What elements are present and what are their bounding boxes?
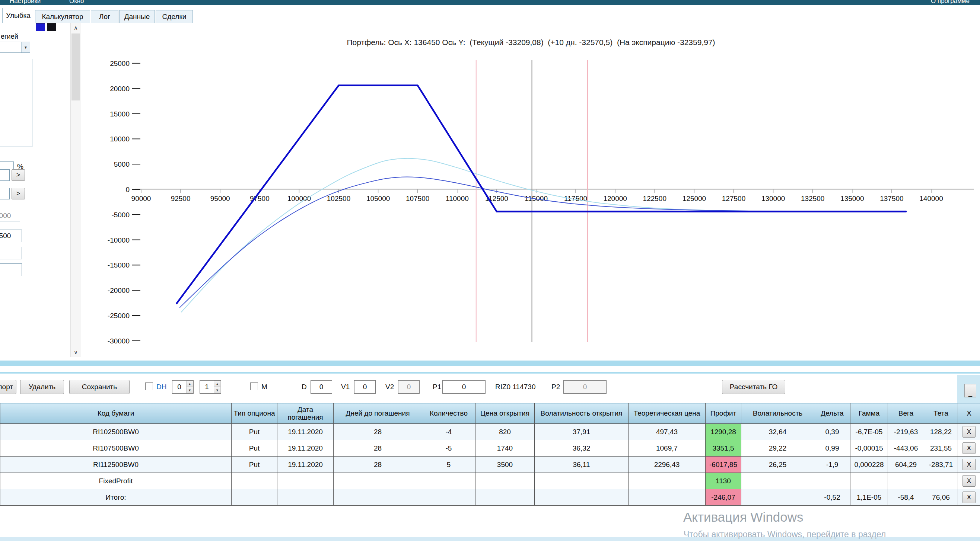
import-button[interactable]: порт <box>0 380 16 394</box>
col-header-gamma[interactable]: Гамма <box>850 403 888 424</box>
step-button-2[interactable]: > <box>11 188 25 200</box>
col-header-theta[interactable]: Тета <box>924 403 958 424</box>
spin-down-icon[interactable]: ▼ <box>214 387 221 393</box>
col-header-delete[interactable]: X <box>958 403 980 424</box>
delete-row-button[interactable]: X <box>963 475 975 487</box>
delete-row-button[interactable]: X <box>963 459 975 470</box>
table-cell: 3351,5 <box>706 440 741 457</box>
svg-text:15000: 15000 <box>110 110 130 118</box>
spin-up-icon[interactable]: ▲ <box>214 381 221 387</box>
table-row[interactable]: RI107500BW0Put19.11.202028-5174036,32106… <box>0 440 980 457</box>
table-row[interactable]: FixedProfit1130X <box>0 473 980 489</box>
calculate-margin-button[interactable]: Рассчитать ГО <box>722 380 785 394</box>
svg-text:102500: 102500 <box>327 195 350 202</box>
horizontal-splitter[interactable] <box>0 360 980 375</box>
menu-about[interactable]: О программе <box>931 0 970 5</box>
splitter-band <box>0 360 980 366</box>
spinner-arrows[interactable]: ▲▼ <box>214 381 221 393</box>
legend-swatch-secondary[interactable] <box>47 23 56 31</box>
scroll-down-icon[interactable]: ∨ <box>71 347 81 357</box>
delete-row-button[interactable]: X <box>963 443 975 454</box>
d-input[interactable]: 0 <box>310 380 332 393</box>
table-cell <box>535 473 628 489</box>
table-row[interactable]: Итого:-246,07-0,521,1E-05-58,476,06X <box>0 489 980 506</box>
col-header-days-to-maturity[interactable]: Дней до погашения <box>334 403 422 424</box>
col-header-volatility[interactable]: Волатильность <box>741 403 814 424</box>
table-cell: -6,7E-05 <box>850 424 888 440</box>
step-input-1[interactable] <box>0 169 10 181</box>
strategy-listbox[interactable] <box>0 59 32 147</box>
table-cell: 231,55 <box>924 440 958 457</box>
col-header-open-price[interactable]: Цена открытия <box>476 403 535 424</box>
table-body: RI102500BW0Put19.11.202028-482037,91497,… <box>0 424 980 506</box>
spin-down-icon[interactable]: ▼ <box>186 387 193 393</box>
param-input-2[interactable]: 2 <box>0 247 22 259</box>
dh-spinner-2[interactable]: 1 ▲▼ <box>200 380 221 393</box>
scroll-up-icon[interactable]: ∧ <box>71 23 81 33</box>
chevron-down-icon[interactable]: ▼ <box>21 42 30 52</box>
col-header-vega[interactable]: Вега <box>888 403 924 424</box>
sidebar-scrollbar[interactable]: ∧ ∨ <box>70 23 81 357</box>
delete-button[interactable]: Удалить <box>20 380 64 394</box>
col-header-profit[interactable]: Профит <box>706 403 741 424</box>
table-cell: -1,9 <box>814 457 850 473</box>
spinner-arrows[interactable]: ▲▼ <box>186 381 193 393</box>
delete-row-button[interactable]: X <box>963 426 975 438</box>
table-cell <box>850 473 888 489</box>
param-input-1000[interactable]: 1000 <box>0 210 20 221</box>
legend-swatch-expiration[interactable] <box>36 23 45 31</box>
menu-settings[interactable]: Настройки <box>10 0 41 5</box>
svg-text:-30000: -30000 <box>108 337 130 345</box>
spin-up-icon[interactable]: ▲ <box>186 381 193 387</box>
v2-label: V2 <box>385 383 394 391</box>
col-header-theoretical-price[interactable]: Теоретическая цена <box>628 403 706 424</box>
tab-data[interactable]: Данные <box>119 10 155 23</box>
svg-text:135000: 135000 <box>840 195 864 202</box>
table-cell: 1069,7 <box>628 440 706 457</box>
param-input-2500[interactable]: 2500 <box>0 230 22 242</box>
table-cell: RI112500BW0 <box>0 457 232 473</box>
col-header-security-code[interactable]: Код бумаги <box>0 403 232 424</box>
v1-input[interactable]: 0 <box>354 380 376 393</box>
strategy-combobox[interactable]: ▼ <box>0 42 30 53</box>
table-cell: Put <box>232 457 277 473</box>
svg-text:117500: 117500 <box>564 195 587 202</box>
scrollbar-thumb[interactable] <box>72 33 80 100</box>
table-cell: 1130 <box>706 473 741 489</box>
dh-spinner-1[interactable]: 0 ▲▼ <box>172 380 194 393</box>
table-cell: 5 <box>422 457 476 473</box>
col-header-delta[interactable]: Дельта <box>814 403 850 424</box>
payoff-chart[interactable]: 2500020000150001000050000-5000-10000-150… <box>82 23 980 360</box>
tab-calculator[interactable]: Калькулятор <box>35 10 90 23</box>
table-row[interactable]: RI112500BW0Put19.11.2020285350036,112296… <box>0 457 980 473</box>
table-cell <box>232 489 277 506</box>
dh-checkbox[interactable] <box>145 382 153 390</box>
tab-trades[interactable]: Сделки <box>156 10 193 23</box>
m-checkbox[interactable] <box>250 382 258 390</box>
svg-text:137500: 137500 <box>880 195 903 202</box>
v2-input[interactable]: 0 <box>398 380 420 393</box>
table-cell: 3500 <box>476 457 535 473</box>
p2-input[interactable]: 0 <box>563 380 606 393</box>
table-cell: -443,06 <box>888 440 924 457</box>
delete-row-button[interactable]: X <box>963 492 975 503</box>
p1-input[interactable]: 0 <box>442 380 485 393</box>
col-header-quantity[interactable]: Количество <box>422 403 476 424</box>
tab-log[interactable]: Лог <box>91 10 118 23</box>
param-input-1[interactable]: 1 <box>0 263 22 276</box>
step-button-1[interactable]: > <box>11 169 25 181</box>
tab-smile[interactable]: Улыбка <box>2 8 34 23</box>
table-row[interactable]: RI102500BW0Put19.11.202028-482037,91497,… <box>0 424 980 440</box>
svg-text:115000: 115000 <box>525 195 548 202</box>
table-cell <box>924 473 958 489</box>
menu-window[interactable]: Окно <box>69 0 84 5</box>
table-cell: RI107500BW0 <box>0 440 232 457</box>
step-input-2[interactable] <box>0 188 10 200</box>
minimize-panel-button[interactable]: _ <box>964 384 976 397</box>
col-header-option-type[interactable]: Тип опциона <box>232 403 277 424</box>
save-button[interactable]: Сохранить <box>69 380 130 394</box>
positions-toolbar: порт Удалить Сохранить DH 0 ▲▼ 1 ▲▼ M D … <box>0 375 980 403</box>
col-header-open-volatility[interactable]: Волатильность открытия <box>535 403 628 424</box>
col-header-maturity-date[interactable]: Дата погашения <box>277 403 334 424</box>
table-cell: 28 <box>334 440 422 457</box>
